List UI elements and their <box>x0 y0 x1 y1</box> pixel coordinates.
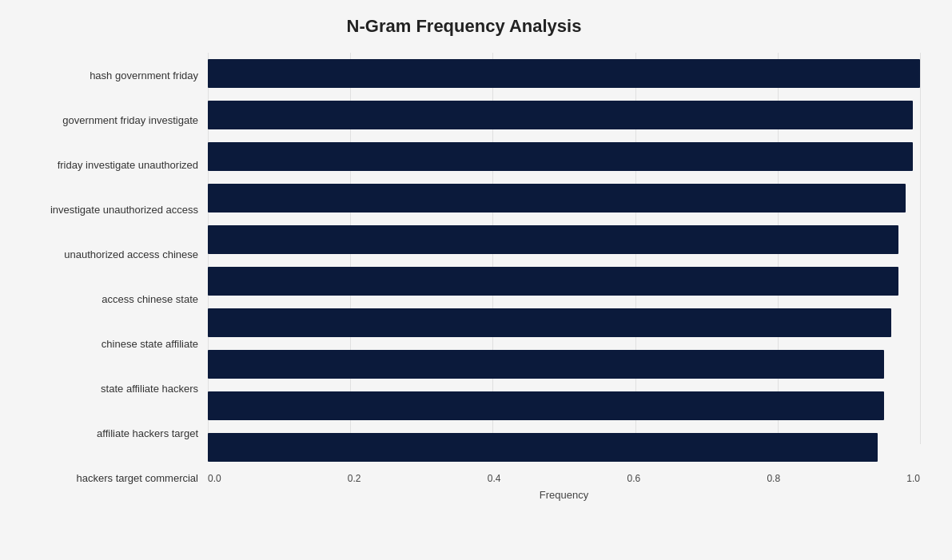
y-axis-label: friday investigate unauthorized <box>58 144 198 185</box>
x-tick: 0.6 <box>627 473 641 484</box>
bar <box>208 350 884 379</box>
chart-container: N-Gram Frequency Analysis hash governmen… <box>0 0 952 560</box>
bar-row <box>208 181 920 216</box>
y-axis-label: affiliate hackers target <box>97 413 198 455</box>
y-axis-label: hash government friday <box>90 54 198 96</box>
x-axis: 0.00.20.40.60.81.0 <box>208 468 920 486</box>
bars-wrapper: 0.00.20.40.60.81.0 Frequency <box>208 53 920 501</box>
bar-row <box>208 97 920 133</box>
y-axis-label: unauthorized access chinese <box>64 233 198 275</box>
bar <box>208 308 891 337</box>
bar <box>208 142 913 171</box>
bar-row <box>208 139 920 174</box>
y-axis-label: investigate unauthorized access <box>50 189 198 230</box>
bar-row <box>208 305 920 340</box>
bar-row <box>208 388 920 423</box>
bar <box>208 267 898 296</box>
y-axis-label: chinese state affiliate <box>102 324 198 365</box>
bar-row <box>208 430 920 465</box>
bar <box>208 391 884 420</box>
bar <box>208 184 906 212</box>
bar-row <box>208 347 920 382</box>
y-axis-label: government friday investigate <box>62 99 198 141</box>
grid-line <box>920 53 921 444</box>
x-tick: 1.0 <box>906 473 920 484</box>
bar-row <box>208 222 920 257</box>
chart-title: N-Gram Frequency Analysis <box>8 16 920 37</box>
x-tick: 0.4 <box>488 473 501 484</box>
x-tick: 0.8 <box>767 473 780 484</box>
bars-inner <box>208 53 920 468</box>
bar <box>208 433 878 462</box>
y-axis-label: hackers target commercial <box>77 458 198 499</box>
bar-row <box>208 264 920 299</box>
bar <box>208 101 913 129</box>
x-tick: 0.2 <box>348 473 361 484</box>
bar-row <box>208 56 920 91</box>
x-tick: 0.0 <box>208 473 221 484</box>
bar <box>208 225 898 254</box>
y-axis: hash government fridaygovernment friday … <box>8 53 208 501</box>
x-axis-label: Frequency <box>208 489 920 501</box>
bar <box>208 59 920 88</box>
y-axis-label: access chinese state <box>102 279 198 320</box>
y-axis-label: state affiliate hackers <box>101 368 198 410</box>
bars-list <box>208 53 920 468</box>
